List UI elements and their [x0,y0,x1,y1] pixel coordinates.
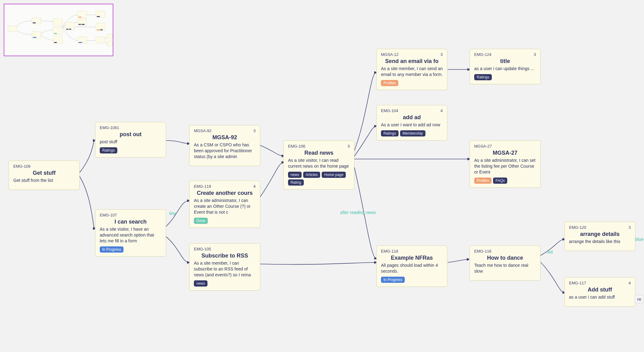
node-title: Subscribe to RSS [194,253,256,259]
tag: Profiles [474,178,491,184]
node-id: EMG-119 [194,184,211,189]
tag: In Progress [100,246,123,253]
node-get-stuff[interactable]: EMG-109 Get stuff Get stuff from the lis… [9,161,80,190]
node-points: 3 [253,128,256,133]
node-points: 3 [441,52,443,57]
node-post-out[interactable]: EMG-1081 post out post stuff Ratings [95,122,166,157]
node-desc: As a CSM or CSPO who has been approved f… [194,142,256,160]
node-arrange-details[interactable]: EMG-120 3 arrange details arrange the de… [564,222,635,251]
node-title: Send an email via fo [381,58,443,65]
svg-rect-5 [53,19,62,25]
svg-rect-17 [82,24,85,25]
node-id: MGSA-12 [381,52,399,57]
svg-rect-21 [97,16,100,17]
tag: news [288,172,302,178]
svg-rect-26 [107,34,112,39]
node-title: Example NFRas [381,255,443,261]
svg-rect-27 [107,41,112,46]
node-desc: As a site administrator, I can create an… [194,198,256,215]
node-example-nfras[interactable]: EMG-118 Example NFRas All pages should l… [376,245,447,287]
node-title: How to dance [474,255,536,261]
svg-rect-25 [96,37,105,43]
svg-rect-2 [33,23,36,23]
node-read-news[interactable]: EMG-106 3 Read news As a site visitor, I… [283,140,354,190]
node-desc: As a site visitor, I can read current ne… [288,157,350,169]
node-desc: As a site administrator, I can set the l… [474,157,536,175]
svg-rect-0 [8,26,17,31]
node-desc: As a site member, I can subscribe to an … [194,260,256,278]
node-i-can-search[interactable]: EMG-107 I can search As a site visitor, … [95,209,166,257]
node-desc: as a user i can add stuff [569,294,631,300]
node-mgsa-27[interactable]: MGSA-27 MGSA-27 As a site administrator,… [470,140,541,188]
node-id: MGSA-92 [194,128,211,133]
node-create-another-course[interactable]: EMG-119 4 Create another cours As a site… [189,181,260,228]
minimap[interactable] [4,4,113,56]
tag-row: news [194,280,256,287]
tag-row: RatingsMembership [381,130,443,136]
svg-rect-11 [66,29,69,30]
svg-rect-19 [78,42,82,43]
node-title[interactable]: EMG-124 3 title as a user i can update t… [470,49,541,84]
node-title: Read news [288,150,350,156]
svg-rect-7 [54,33,57,34]
tag: Ratings [100,147,117,153]
node-desc: Get stuff from the list [13,178,75,183]
tag: Profiles [381,80,398,86]
tag: Articles [303,172,320,178]
tag-row: Ratings [474,74,536,80]
node-title: I can search [100,219,161,225]
node-id: EMG-1081 [100,125,119,130]
tag: Ratings [474,74,492,80]
node-title: title [474,58,536,65]
node-points: 3 [348,144,350,149]
node-desc: All pages should load within 4 seconds. [381,262,443,274]
edge-label-blue: blue [635,237,643,242]
tag-row: ProfilesFAQs [474,178,536,184]
tag: FAQs [493,178,507,184]
tag: Membership [400,130,425,136]
tag-row: Done [194,218,256,224]
node-desc: post stuff [100,139,161,145]
node-title: MGSA-92 [194,134,256,141]
node-id: EMG-117 [569,281,586,285]
node-id: EMG-118 [381,249,398,254]
node-title: arrange details [569,231,631,237]
node-id: EMG-105 [194,247,211,251]
floating-label[interactable]: re [634,295,644,303]
node-id: EMG-116 [474,249,491,254]
svg-rect-16 [78,24,81,25]
tag: Done [194,218,208,224]
node-add-ad[interactable]: EMG-104 4 add ad As a user I want to add… [376,105,447,140]
tag: Ratings [381,130,399,136]
edge-label-after: after reading news [340,210,376,215]
node-desc: Teach me how to dance real slow [474,262,536,274]
node-desc: arrange the details like this [569,239,631,245]
node-points: 4 [253,184,256,189]
node-points: 3 [534,52,536,57]
tag: Home page [322,172,346,178]
svg-rect-4 [33,37,36,38]
node-title: Add stuff [569,287,631,293]
node-id: EMG-120 [569,225,586,230]
node-desc: As a site member, I can send an email to… [381,66,443,78]
node-id: MGSA-27 [474,144,492,149]
tag-row: Profiles [381,80,443,86]
node-add-stuff[interactable]: EMG-117 4 Add stuff as a user i can add … [564,277,635,307]
edge-label-red: red [546,249,553,254]
node-title: post out [100,131,161,138]
node-mgsa-92[interactable]: MGSA-92 3 MGSA-92 As a CSM or CSPO who h… [189,125,260,166]
node-points: 3 [629,225,631,230]
node-desc: As a site visitor, I have an advanced se… [100,226,161,244]
node-how-to-dance[interactable]: EMG-116 How to dance Teach me how to dan… [470,245,541,281]
node-send-email[interactable]: MGSA-12 3 Send an email via fo As a site… [376,49,447,90]
tag-row: Ratings [100,147,161,153]
node-id: EMG-124 [474,52,491,57]
svg-rect-24 [100,29,102,30]
svg-rect-9 [54,42,57,43]
node-desc: as a user i can update things ... [474,66,536,72]
node-id: EMG-107 [100,213,117,217]
node-id: EMG-109 [13,164,31,169]
diagram-canvas[interactable]: tiny after reading news red blue EMG-109… [0,0,644,352]
svg-rect-23 [97,29,100,30]
node-subscribe-rss[interactable]: EMG-105 Subscribe to RSS As a site membe… [189,243,260,291]
